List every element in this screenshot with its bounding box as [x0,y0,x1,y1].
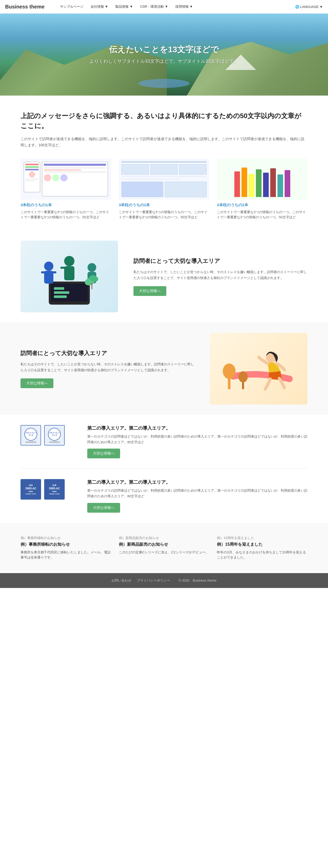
news-title-1: 例）事務所移転のお知らせ [21,542,111,547]
entry-text-1: 私たちはそのサイトで、したいことが見つからない時、そのストレスを嫌い離脱します。… [133,269,307,281]
cert-heading-1: 第二の導入エリア。第二の導入エリア。 [87,425,307,431]
svg-point-5 [44,261,53,271]
cert-button-2[interactable]: 大切な情報へ [87,503,120,513]
column-image-3 [217,159,307,199]
language-switcher[interactable]: 🌐 LANGUAGE ▼ [295,5,323,9]
entry-title-2: 訪問者にとって大切な導入エリア [21,349,195,357]
news-card-3: 例）15周年を迎えました 例）15周年を迎えました 昨年の3月、みなさまのおかげ… [217,536,307,561]
news-label-2: 例）新商品販売のお知らせ [119,536,210,540]
footer-divider2 [171,579,177,582]
cert-text-1: 第一のカテゴリの訪問者ほどではないが、利用頻度の多い訪問者のための導入エリア。第… [87,434,307,445]
privacy-badge-inner-2: プライバシーマーク [48,428,61,441]
svg-rect-12 [67,267,73,269]
column-card-2: 3本柱のうちの1本 このサイトで一番重要な3つの情報のうちの一つ。このサイトで一… [119,159,210,220]
cert-button-1[interactable]: 大切な情報へ [87,448,120,458]
svg-point-21 [239,371,248,382]
news-card-1: 例）事務所移転のお知らせ 例）事務所移転のお知らせ 事務所を東京都千代田区に移転… [21,536,111,561]
news-text-2: このたびの定番Cシリーズに加え、C2シリーズがデビュー。 [119,550,210,555]
intro-section: 上記のメッセージをさらに強調する、あるいはより具体的にするための50文字以内の文… [0,96,328,230]
intro-text: このサイトで訪問者が達成できる機能を、端的に説明します。このサイトで訪問者が達成… [21,136,307,148]
cert-section-1: プライバシーマーク A123456(78) プライバシーマーク A123456(… [0,415,328,469]
cert-content-2: 第二の導入エリア。第二の導入エリア。 第一のカテゴリの訪問者ほどではないが、利用… [87,479,307,513]
entry-content-1: 訪問者にとって大切な導入エリア 私たちはそのサイトで、したいことが見つからない時… [133,257,307,296]
footer: お問い合わせ プライバシーポリシー © 2020 Business theme [0,573,328,588]
news-title-3: 例）15周年を迎えました [217,542,307,547]
mock-phone [24,162,40,192]
nav-company[interactable]: 会社情報 ▼ [87,0,112,13]
news-text-3: 昨年の3月、みなさまのおかげを持ちまして15周年を迎えることができました。 [217,550,307,561]
entry-text-2: 私たちはそのサイトで、したいことが見つからない時、そのストレスを嫌い離脱します。… [21,361,195,373]
hero-text-block: 伝えたいことを13文字ほどで よりくわしくサブタイトル33文字ほどで。サブタイト… [89,44,239,65]
footer-copyright: © 2020 Business theme [179,579,217,582]
news-card-2: 例）新商品販売のお知らせ 例）新商品販売のお知らせ このたびの定番Cシリーズに加… [119,536,210,561]
privacy-badge-inner-1: プライバシーマーク [24,428,37,441]
entry-section-2: 訪問者にとって大切な導入エリア 私たちはそのサイトで、したいことが見つからない時… [0,322,328,415]
svg-point-19 [223,364,236,379]
news-label-1: 例）事務所移転のお知らせ [21,536,111,540]
nav-recruit[interactable]: 採用情報 ▼ [172,0,196,13]
cert-logos-1: プライバシーマーク A123456(78) プライバシーマーク A123456(… [21,425,72,458]
column-image-1 [21,159,111,199]
nav-csr[interactable]: CSR・環境活動 ▼ [137,0,172,13]
column-text-3: このサイトで一番重要な3つの情報のうちの一つ。このサイトで一番重要な3つの情報の… [217,210,307,220]
svg-rect-11 [60,267,66,269]
svg-rect-4 [54,296,67,298]
column-image-2 [119,159,210,199]
isms-badge-1: 日本 ISMS-AC ISMS ISO/IEC 27001 [21,479,41,500]
entry-section-1: 訪問者にとって大切な導入エリア 私たちはそのサイトで、したいことが見つからない時… [0,230,328,322]
column-title-1: 3本柱のうちの1本 [21,203,111,208]
cert-row-privacy: プライバシーマーク A123456(78) プライバシーマーク A123456(… [21,425,72,445]
header: Business theme サンプルページ 会社情報 ▼ 製品情報 ▼ CSR… [0,0,328,13]
nav-sample[interactable]: サンプルページ [56,0,87,13]
news-grid: 例）事務所移転のお知らせ 例）事務所移転のお知らせ 事務所を東京都千代田区に移転… [21,536,307,561]
news-label-3: 例）15周年を迎えました [217,536,307,540]
footer-privacy[interactable]: プライバシーポリシー [137,579,170,582]
svg-rect-7 [41,271,46,273]
privacy-badge-2: プライバシーマーク A123456(78) [44,425,65,445]
column-title-2: 3本柱のうちの1本 [119,203,210,208]
cert-badge-num-2: A123456(78) [49,441,59,443]
svg-rect-3 [54,291,69,294]
hero-section: 伝えたいことを13文字ほどで よりくわしくサブタイトル33文字ほどで。サブタイト… [0,13,328,96]
cert-content-1: 第二の導入エリア。第二の導入エリア。 第一のカテゴリの訪問者ほどではないが、利用… [87,425,307,458]
news-section: 例）事務所移転のお知らせ 例）事務所移転のお知らせ 事務所を東京都千代田区に移転… [0,523,328,574]
news-title-2: 例）新商品販売のお知らせ [119,542,210,547]
privacy-badge-1: プライバシーマーク A123456(78) [21,425,41,445]
column-card-1: 3本柱のうちの1本 このサイトで一番重要な3つの情報のうちの一つ。このサイトで一… [21,159,111,220]
entry-content-2: 訪問者にとって大切な導入エリア 私たちはそのサイトで、したいことが見つからない時… [21,349,195,388]
cert-logos-2: 日本 ISMS-AC ISMS ISO/IEC 27001 日本 ISMS-AC… [21,479,72,513]
entry-button-2[interactable]: 大切な情報へ [21,378,53,388]
isms-badge-2: 日本 ISMS-AC ISMS ISO/IEC 27001 [44,479,65,500]
runner-illustration [218,338,300,399]
news-text-1: 事務所を東京都千代田区に移転いたしました。メール、電話番号は従来通りです。 [21,550,111,561]
three-columns: 3本柱のうちの1本 このサイトで一番重要な3つの情報のうちの一つ。このサイトで一… [21,159,307,220]
entry-illustration-1 [21,241,118,312]
footer-divider [132,579,136,582]
column-text-1: このサイトで一番重要な3つの情報のうちの一つ。このサイトで一番重要な3つの情報の… [21,210,111,220]
hero-lake [138,79,190,88]
svg-rect-2 [54,287,64,290]
column-text-2: このサイトで一番重要な3つの情報のうちの一つ。このサイトで一番重要な3つの情報の… [119,210,210,220]
people-illustration [28,246,110,307]
hero-title: 伝えたいことを13文字ほどで [89,44,239,55]
column-title-3: 3本柱のうちの1本 [217,203,307,208]
svg-point-13 [87,263,96,272]
cert-badge-num-1: A123456(78) [26,441,36,443]
svg-rect-8 [51,271,56,273]
main-nav: サンプルページ 会社情報 ▼ 製品情報 ▼ CSR・環境活動 ▼ 採用情報 ▼ [56,0,295,13]
footer-contact[interactable]: お問い合わせ [111,579,131,582]
svg-point-9 [64,256,75,266]
nav-products[interactable]: 製品情報 ▼ [112,0,136,13]
entry-illustration-2 [210,333,307,405]
cert-row-isms: 日本 ISMS-AC ISMS ISO/IEC 27001 日本 ISMS-AC… [21,479,72,500]
hero-subtitle: よりくわしくサブタイトル33文字ほどで。サブタイトル33文字ほどで。 [89,58,239,65]
entry-button-1[interactable]: 大切な情報へ [133,286,166,296]
cert-text-2: 第一のカテゴリの訪問者ほどではないが、利用頻度の多い訪問者のための導入エリア。第… [87,488,307,499]
cert-heading-2: 第二の導入エリア。第二の導入エリア。 [87,479,307,485]
site-logo[interactable]: Business theme [5,4,56,10]
intro-heading: 上記のメッセージをさらに強調する、あるいはより具体的にするための50文字以内の文… [21,111,307,131]
cert-section-2: 日本 ISMS-AC ISMS ISO/IEC 27001 日本 ISMS-AC… [0,469,328,523]
entry-title-1: 訪問者にとって大切な導入エリア [133,257,307,265]
mock-tablet [42,162,108,196]
column-card-3: 3本柱のうちの1本 このサイトで一番重要な3つの情報のうちの一つ。このサイトで一… [217,159,307,220]
